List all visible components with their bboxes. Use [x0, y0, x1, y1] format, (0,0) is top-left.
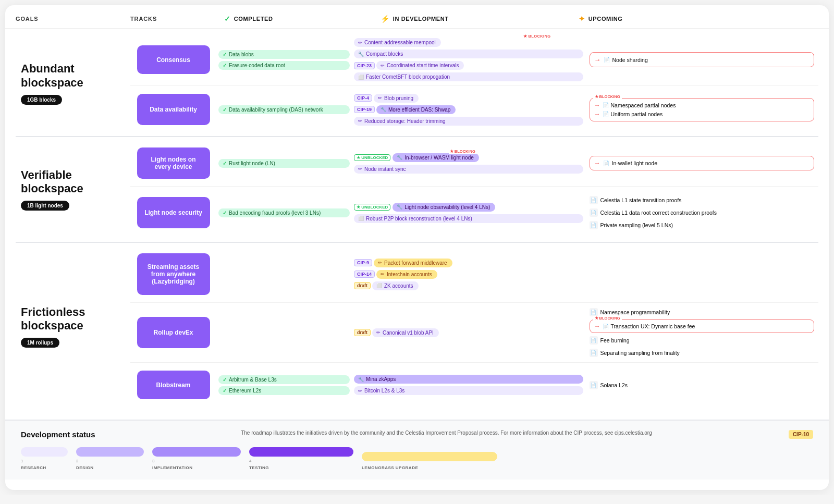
stage-design: 2 DESIGN [76, 447, 144, 470]
track-da-upcoming: ★ BLOCKING → 📄 Namespaced partial nodes … [585, 98, 819, 121]
stage-impl-num: 3 [152, 459, 154, 463]
track-lb-pill: Streaming assets from anywhere (Lazybrid… [137, 253, 210, 295]
dev-bar-bitcoin: ✏ Bitcoin L2s & L3s [354, 386, 583, 395]
dev-bar-interchain: ✏ Interchain accounts [376, 270, 437, 279]
stage-research-label: RESEARCH [21, 465, 46, 470]
indev-icon: ⚡ [381, 15, 390, 23]
track-ln-security: Light node security Bad encoding fraud p… [130, 187, 818, 239]
dev-item-cip23: CIP-23 ✏ Coordinated start time interval… [354, 61, 583, 70]
track-rd-indev: draft ✏ Canonical v1 blob API [352, 328, 585, 337]
track-ln-indev: ★ UNBLOCKED 🔧 In-browser / WASM light no… [352, 153, 585, 174]
track-consensus-completed: Data blobs Erasure-coded data root [216, 50, 352, 70]
footer-title: Development status [21, 430, 104, 439]
blocking-label-wasm: ★ BLOCKING [449, 149, 476, 154]
upcoming-header: ✦ UPCOMING [579, 15, 798, 23]
track-bs-upcoming: 📄 Solana L2s [585, 380, 819, 390]
upcoming-l1-root: 📄 Celestia L1 data root correct construc… [590, 207, 815, 218]
dev-item-blocking: ★ BLOCKING ✏ Content-addressable mempool [354, 38, 583, 47]
pencil-icon: ✏ [381, 272, 385, 277]
track-bs-label-cell: Blobstream [130, 367, 216, 402]
footer: Development status The roadmap illustrat… [5, 420, 829, 480]
track-da-label-cell: Data availability [130, 91, 216, 128]
upcoming-dynamic-fee: → 📄 Transaction UX: Dynamic base fee [594, 323, 810, 330]
completed-item-das: Data availability sampling (DAS) network [218, 105, 350, 114]
footer-top: Development status The roadmap illustrat… [21, 430, 813, 439]
verifiable-tracks: Light nodes on every device Rust light n… [130, 140, 818, 239]
upcoming-wallet-ln: → 📄 In-wallet light node [590, 156, 815, 170]
upcoming-text-l1-state: Celestia L1 state transition proofs [600, 197, 682, 203]
goal-abundant: Abundantblockspace 1GB blocks [16, 34, 130, 133]
dev-bar-content-addressable: ✏ Content-addressable mempool [354, 38, 441, 47]
upcoming-solana-l2: 📄 Solana L2s [590, 380, 815, 390]
goal-frictionless-title: Frictionlessblockspace [21, 305, 125, 333]
track-lns-completed: Bad encoding fraud proofs (level 3 LNs) [216, 208, 352, 217]
unblocked-badge: ★ UNBLOCKED [354, 154, 390, 161]
cip-23-badge: CIP-23 [354, 62, 375, 69]
track-consensus-indev: ★ BLOCKING ✏ Content-addressable mempool… [352, 38, 585, 81]
stage-testing-num: 4 [249, 459, 251, 463]
upcoming-text-ns-prog: Namespace programmability [600, 309, 670, 315]
upcoming-text-fee-burning: Fee burning [600, 337, 630, 343]
draft-badge-blob: draft [354, 329, 371, 336]
upcoming-l1-state: 📄 Celestia L1 state transition proofs [590, 195, 815, 205]
footer-desc: The roadmap illustrates the initiatives … [104, 430, 789, 436]
track-lb-indev: CIP-9 ✏ Packet forward middleware CIP-14… [352, 259, 585, 290]
dev-item-cip19: CIP-19 🔧 More efficient DAS: Shwap [354, 105, 583, 114]
stage-research: 1 RESEARCH [21, 447, 68, 470]
dev-bar-canonical-blob: ✏ Canonical v1 blob API [372, 328, 439, 337]
dev-item-draft-blob: draft ✏ Canonical v1 blob API [354, 328, 583, 337]
track-da-indev: CIP-4 ✏ Blob pruning CIP-19 🔧 More effic… [352, 94, 585, 126]
check-icon [223, 210, 227, 216]
group-frictionless: Frictionlessblockspace 1M rollups Stream… [16, 246, 818, 407]
upcoming-namespaced: → 📄 Namespaced partial nodes [594, 102, 810, 109]
cip19-badge: CIP-19 [354, 106, 375, 113]
dev-bar-compact-blocks: 🔧 Compact blocks [354, 50, 583, 58]
goal-verifiable: Verifiableblockspace 1B light nodes [16, 140, 130, 239]
track-bs-indev: 🔧 Mina zkApps ✏ Bitcoin L2s & L3s [352, 375, 585, 395]
dev-bar-wasm-ln: 🔧 In-browser / WASM light node ★ BLOCKIN… [393, 153, 479, 162]
stage-lemongrass-bar [362, 452, 497, 461]
upcoming-text-wallet-ln: In-wallet light node [612, 160, 658, 166]
track-lns-pill: Light node security [137, 197, 210, 228]
arrow-icon: → [594, 110, 600, 118]
track-consensus-pill: Consensus [137, 45, 210, 74]
upcoming-blocking-box-da: ★ BLOCKING → 📄 Namespaced partial nodes … [590, 98, 815, 121]
pencil-icon: ✏ [358, 388, 362, 394]
cip4-badge: CIP-4 [354, 94, 372, 102]
track-consensus: Consensus Data blobs Erasure-coded data … [130, 34, 818, 86]
abundant-tracks: Consensus Data blobs Erasure-coded data … [130, 34, 818, 133]
screen-icon: ⬜ [376, 283, 382, 288]
upcoming-text-sep-sampling: Separating sampling from finality [600, 350, 680, 356]
upcoming-text-private-sampling: Private sampling (level 5 LNs) [600, 222, 673, 228]
upcoming-text-uniform: Uniform partial nodes [611, 111, 663, 117]
check-icon [223, 52, 227, 57]
dev-bar-packet-fwd: ✏ Packet forward middleware [374, 259, 452, 267]
tracks-header: TRACKS [130, 16, 224, 22]
dev-bar-instant-sync: ✏ Node instant sync [354, 165, 583, 174]
tool-icon: 🔧 [358, 52, 364, 57]
goal-verifiable-badge: 1B light nodes [21, 201, 69, 211]
pencil-icon: ✏ [358, 166, 362, 171]
dev-bar-reduced-storage: ✏ Reduced storage: Header trimming [354, 117, 583, 126]
pencil-icon: ✏ [358, 118, 362, 124]
check-icon [223, 377, 227, 383]
track-lazybridging: Streaming assets from anywhere (Lazybrid… [130, 246, 818, 303]
cip14-badge: CIP-14 [354, 271, 375, 278]
header: GOALS TRACKS ✓ COMPLETED ⚡ IN DEVELOPMEN… [5, 5, 829, 29]
file-icon: 📄 [590, 196, 598, 204]
stage-research-bar [21, 447, 68, 457]
completed-item: Data blobs [218, 50, 350, 59]
upcoming-text-dynamic-fee: Transaction UX: Dynamic base fee [611, 323, 695, 329]
track-light-nodes: Light nodes on every device Rust light n… [130, 140, 818, 187]
screen-icon: ⬜ [358, 216, 364, 221]
upcoming-namespace-prog: 📄 Namespace programmability [590, 307, 815, 317]
dev-bar-faster-comet: ⬜ Faster CometBFT block propogation [354, 72, 583, 81]
upcoming-blocking-rd: ★ BLOCKING → 📄 Transaction UX: Dynamic b… [590, 319, 815, 333]
pencil-icon: ✏ [381, 63, 385, 68]
track-ln-completed: Rust light node (LN) [216, 159, 352, 168]
dev-item-cip4: CIP-4 ✏ Blob pruning [354, 94, 583, 103]
track-bs-completed: Arbitrum & Base L3s Ethereum L2s [216, 375, 352, 395]
blocking-label-da: ★ BLOCKING [593, 94, 622, 99]
upcoming-sep-sampling: 📄 Separating sampling from finality [590, 348, 815, 358]
completed-item-bad-encoding: Bad encoding fraud proofs (level 3 LNs) [218, 208, 350, 217]
